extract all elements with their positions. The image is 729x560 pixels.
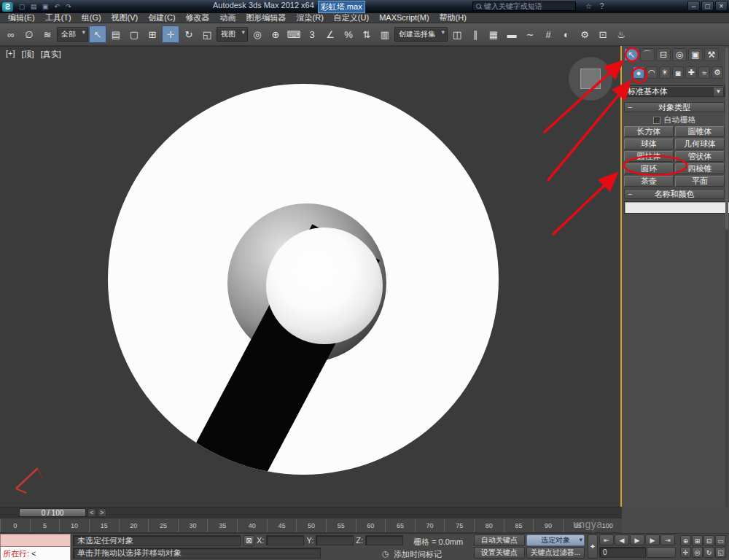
category-button[interactable]: ⚙ bbox=[712, 66, 723, 79]
minimize-button[interactable]: – bbox=[687, 1, 700, 11]
toolbar-button[interactable]: 全部 bbox=[57, 26, 88, 43]
viewcube[interactable] bbox=[569, 57, 612, 101]
key-filter-selected-dropdown[interactable]: 选定对象 bbox=[526, 534, 585, 546]
toolbar-button[interactable]: ⚙ bbox=[576, 26, 593, 43]
sphere-button[interactable]: 球体 bbox=[624, 139, 674, 149]
toolbar-button[interactable]: ∞ bbox=[2, 26, 20, 43]
quick-access-icon[interactable]: ▣ bbox=[40, 2, 50, 12]
viewport-shading-label[interactable]: [真实] bbox=[41, 49, 61, 60]
set-key-toggle[interactable]: ✦ bbox=[588, 534, 598, 559]
toolbar-button[interactable]: ∥ bbox=[467, 26, 484, 43]
toolbar-button[interactable]: ⊕ bbox=[267, 26, 284, 43]
torus-button[interactable]: 圆环 bbox=[624, 163, 674, 174]
toolbar-button[interactable]: ⌨ bbox=[285, 26, 303, 43]
toolbar-button[interactable]: ⊡ bbox=[594, 26, 612, 43]
infocenter-search[interactable]: 键入关键字或短语 bbox=[472, 1, 576, 11]
viewport-nav-button[interactable]: ◱ bbox=[715, 547, 726, 558]
viewcube-top-face[interactable] bbox=[580, 69, 601, 89]
plane-button[interactable]: 平面 bbox=[675, 176, 725, 187]
viewport-maximize-label[interactable]: [+] bbox=[6, 49, 15, 60]
maximize-button[interactable]: □ bbox=[701, 1, 714, 11]
command-panel-tab[interactable]: ⊟ bbox=[656, 48, 671, 61]
toolbar-button[interactable]: # bbox=[539, 26, 557, 43]
toolbar-button[interactable]: 创建选择集 bbox=[394, 26, 448, 43]
menu-item[interactable]: 视图(V) bbox=[106, 13, 144, 23]
object-type-rollout-header[interactable]: − 对象类型 bbox=[624, 102, 725, 112]
selection-lock-toggle[interactable]: ⊠ bbox=[243, 535, 254, 546]
toolbar-button[interactable]: ↖ bbox=[89, 26, 106, 43]
viewport-nav-button[interactable]: ⊞ bbox=[692, 535, 703, 546]
category-button[interactable]: ✚ bbox=[685, 66, 697, 79]
sphere-object[interactable] bbox=[266, 228, 383, 344]
toolbar-button[interactable]: ∼ bbox=[521, 26, 539, 43]
geosphere-button[interactable]: 几何球体 bbox=[675, 139, 725, 149]
geometry-type-dropdown[interactable]: 标准基本体 bbox=[623, 85, 725, 97]
menu-item[interactable]: MAXScript(M) bbox=[374, 13, 434, 23]
menu-item[interactable]: 渲染(R) bbox=[292, 13, 329, 23]
viewport-nav-button[interactable]: ✛ bbox=[680, 547, 691, 558]
quick-access-icon[interactable]: ↶ bbox=[52, 2, 62, 12]
cylinder-button[interactable]: 圆柱体 bbox=[624, 151, 674, 162]
key-mode-toggle[interactable] bbox=[647, 547, 676, 558]
time-slider-track[interactable]: 0 / 100 < > bbox=[0, 507, 622, 518]
transport-button[interactable]: ⇥ bbox=[660, 534, 675, 545]
maxscript-mini-listener[interactable]: 所在行: < bbox=[0, 534, 71, 560]
quick-access-icon[interactable]: ▤ bbox=[28, 2, 39, 12]
transport-button[interactable]: ⇤ bbox=[599, 534, 614, 545]
close-button[interactable]: × bbox=[715, 1, 728, 11]
auto-key-button[interactable]: 自动关键点 bbox=[474, 534, 525, 546]
x-coordinate-field[interactable] bbox=[266, 535, 304, 545]
viewport-nav-button[interactable]: ⊡ bbox=[703, 535, 714, 546]
transport-button[interactable]: ◀ bbox=[615, 534, 629, 545]
menu-item[interactable]: 自定义(U) bbox=[329, 13, 374, 23]
teapot-button[interactable]: 茶壶 bbox=[624, 176, 674, 187]
transport-button[interactable]: ▶ bbox=[645, 534, 660, 545]
panel-scrollbar[interactable] bbox=[725, 46, 728, 507]
toolbar-button[interactable]: % bbox=[340, 26, 357, 43]
menu-item[interactable]: 创建(C) bbox=[143, 13, 180, 23]
y-coordinate-field[interactable] bbox=[316, 535, 354, 545]
next-frame-button[interactable]: > bbox=[98, 508, 106, 517]
category-button[interactable]: ◙ bbox=[672, 66, 684, 79]
quick-access-icon[interactable]: ▢ bbox=[17, 2, 27, 12]
previous-frame-button[interactable]: < bbox=[87, 508, 96, 517]
toolbar-button[interactable]: ◎ bbox=[249, 26, 266, 43]
command-panel-tab[interactable]: ⚒ bbox=[704, 48, 719, 61]
command-panel-tab[interactable]: ↖ bbox=[624, 48, 639, 61]
autogrid-checkbox[interactable] bbox=[653, 117, 660, 124]
time-slider-handle[interactable]: 0 / 100 bbox=[19, 508, 86, 517]
toolbar-button[interactable]: ∠ bbox=[321, 26, 339, 43]
toolbar-button[interactable]: ▬ bbox=[503, 26, 521, 43]
viewport-view-label[interactable]: [顶] bbox=[22, 49, 34, 60]
viewport-nav-button[interactable]: ▭ bbox=[715, 535, 726, 546]
command-panel-tab[interactable]: ▣ bbox=[688, 48, 703, 61]
toolbar-button[interactable]: ▥ bbox=[376, 26, 394, 43]
menu-item[interactable]: 组(G) bbox=[77, 13, 106, 23]
listener-script-row[interactable]: 所在行: < bbox=[0, 547, 71, 560]
transport-button[interactable]: ▶ bbox=[630, 534, 644, 545]
toolbar-button[interactable]: 3 bbox=[303, 26, 321, 43]
menu-item[interactable]: 图形编辑器 bbox=[241, 13, 292, 23]
menu-item[interactable]: 工具(T) bbox=[40, 13, 77, 23]
z-coordinate-field[interactable] bbox=[365, 535, 403, 545]
current-frame-field[interactable]: 0 bbox=[599, 547, 646, 558]
menu-item[interactable]: 动画 bbox=[215, 13, 241, 23]
toolbar-button[interactable]: ◫ bbox=[448, 26, 466, 43]
toolbar-button[interactable]: ⊞ bbox=[144, 26, 161, 43]
viewport-nav-button[interactable]: ⊕ bbox=[680, 535, 691, 546]
menu-item[interactable]: 帮助(H) bbox=[434, 13, 472, 23]
toolbar-button[interactable]: ◐ bbox=[558, 26, 575, 43]
infocenter-icon[interactable]: ? bbox=[596, 1, 607, 11]
category-button[interactable]: ● bbox=[633, 66, 644, 79]
set-key-button[interactable]: 设置关键点 bbox=[474, 547, 525, 559]
tube-button[interactable]: 管状体 bbox=[675, 151, 725, 162]
toolbar-button[interactable]: ↻ bbox=[180, 26, 198, 43]
viewport-nav-button[interactable]: ◎ bbox=[692, 547, 703, 558]
toolbar-button[interactable]: 视图 bbox=[217, 26, 248, 43]
menu-item[interactable]: 修改器 bbox=[181, 13, 215, 23]
category-button[interactable]: ≈ bbox=[698, 66, 710, 79]
cone-button[interactable]: 圆锥体 bbox=[675, 126, 725, 137]
menu-item[interactable]: 编辑(E) bbox=[3, 13, 40, 23]
toolbar-button[interactable]: ▢ bbox=[125, 26, 143, 43]
toolbar-button[interactable]: ⇅ bbox=[358, 26, 375, 43]
